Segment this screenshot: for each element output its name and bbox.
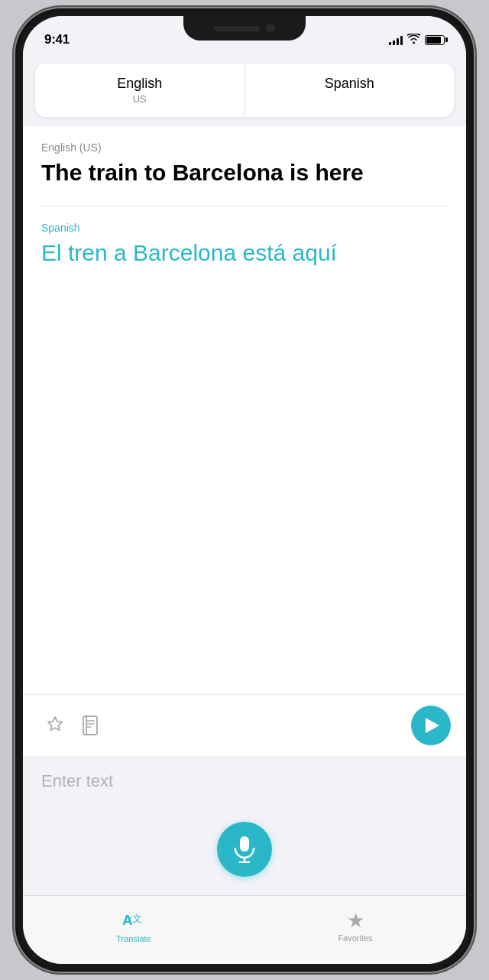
input-area[interactable]: Enter text [23,756,466,806]
favorites-tab-label: Favorites [338,933,372,943]
battery-fill [426,37,441,44]
favorite-button[interactable] [38,709,72,742]
play-button[interactable] [411,706,451,745]
source-lang-label: English (US) [41,141,448,154]
favorites-star-icon: ★ [347,910,364,930]
source-lang-name: English [117,76,162,92]
translation-area: English (US) The train to Barcelona is h… [23,126,466,694]
language-selector: English US Spanish [23,54,466,126]
target-lang-name: Spanish [325,76,374,92]
source-section: English (US) The train to Barcelona is h… [23,126,466,206]
phone-frame: 9:41 [15,8,474,972]
screen: 9:41 [23,16,466,964]
battery-icon [425,35,445,45]
play-icon [426,718,439,733]
signal-icon [389,34,403,45]
microphone-icon [232,836,257,863]
save-phrasebook-button[interactable] [75,709,107,742]
translate-tab-icon: A 文 [121,910,146,931]
status-icons [389,34,445,46]
source-language-tab[interactable]: English US [35,63,244,117]
star-icon [44,715,66,736]
svg-rect-0 [83,716,97,735]
target-language-tab[interactable]: Spanish [245,63,455,117]
svg-rect-1 [240,836,249,852]
mic-container [23,806,466,895]
book-icon [81,715,101,736]
status-time: 9:41 [44,32,70,47]
status-bar: 9:41 [23,16,466,54]
tab-favorites[interactable]: ★ Favorites [244,896,466,949]
microphone-button[interactable] [217,822,272,877]
target-section: Spanish El tren a Barcelona está aquí [23,206,466,286]
language-tabs: English US Spanish [35,63,454,117]
target-lang-label: Spanish [41,222,448,234]
tab-translate[interactable]: A 文 Translate [23,896,244,949]
notch-speaker [214,26,260,31]
translate-tab-label: Translate [116,934,151,943]
target-text: El tren a Barcelona está aquí [41,239,448,268]
tab-bar: A 文 Translate ★ Favorites [23,895,466,964]
text-input-placeholder[interactable]: Enter text [41,771,448,791]
notch-camera [266,24,275,33]
source-text: The train to Barcelona is here [41,158,448,187]
action-bar [23,694,466,756]
notch [183,16,306,41]
wifi-icon [407,34,420,46]
svg-text:文: 文 [132,912,142,923]
source-lang-sub: US [133,93,147,105]
